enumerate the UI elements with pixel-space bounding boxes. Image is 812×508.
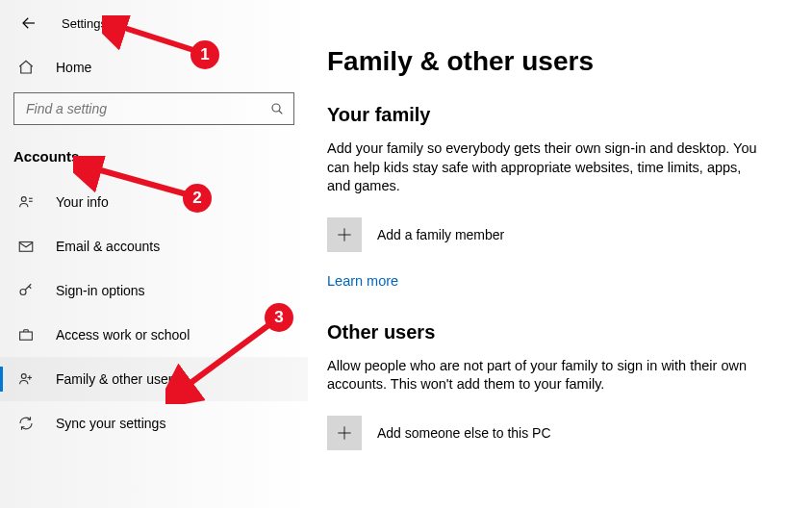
section-title: Accounts [0,125,308,168]
search-icon [268,100,286,117]
home-icon [17,59,35,76]
back-arrow-icon [20,14,38,32]
sidebar-item-your-info[interactable]: Your info [0,180,308,224]
search-input[interactable] [24,100,268,117]
svg-point-7 [20,290,26,295]
sidebar-item-label: Email & accounts [56,239,160,254]
add-family-label: Add a family member [377,227,504,242]
key-icon [17,282,35,299]
learn-more-link[interactable]: Learn more [327,273,398,289]
window-title: Settings [62,16,107,31]
sidebar-item-work-school[interactable]: Access work or school [0,313,308,357]
sidebar-item-label: Sync your settings [56,416,165,431]
sidebar-item-signin-options[interactable]: Sign-in options [0,268,308,313]
plus-icon [327,416,362,450]
page-title: Family & other users [327,46,812,77]
svg-line-9 [29,287,31,289]
add-other-user-button[interactable]: Add someone else to this PC [327,416,812,450]
person-badge-icon [17,193,35,211]
briefcase-icon [17,326,35,343]
sidebar-item-label: Access work or school [56,327,190,343]
sidebar-item-label: Your info [56,194,109,210]
people-icon [17,370,35,388]
family-body: Add your family so everybody gets their … [327,140,760,196]
add-family-member-button[interactable]: Add a family member [327,217,812,252]
sidebar-item-label: Family & other users [56,371,179,387]
sidebar-item-email-accounts[interactable]: Email & accounts [0,224,308,268]
plus-icon [327,217,362,252]
other-users-body: Allow people who are not part of your fa… [327,357,760,394]
svg-line-2 [279,111,282,114]
home-label: Home [56,60,91,75]
sync-icon [17,415,35,432]
svg-point-1 [272,104,280,112]
svg-rect-10 [20,332,33,340]
svg-point-11 [21,374,26,379]
settings-sidebar: Settings Home Accounts [0,0,308,508]
mail-icon [17,238,35,255]
other-users-heading: Other users [327,321,812,343]
main-content: Family & other users Your family Add you… [327,0,812,508]
svg-point-3 [21,197,26,202]
sidebar-item-label: Sign-in options [56,283,145,298]
sidebar-item-sync[interactable]: Sync your settings [0,401,308,445]
back-button[interactable] [19,13,38,33]
sidebar-item-family-users[interactable]: Family & other users [0,357,308,401]
search-box[interactable] [13,92,294,125]
add-other-label: Add someone else to this PC [377,425,551,441]
sidebar-home[interactable]: Home [0,46,308,89]
family-heading: Your family [327,104,812,126]
